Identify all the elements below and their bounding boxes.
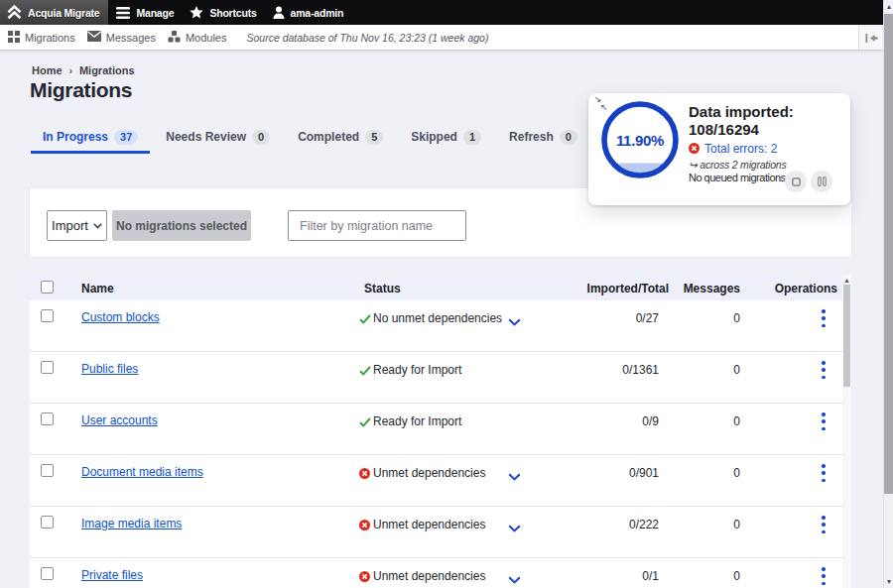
star-icon xyxy=(190,6,203,19)
tab-label: Completed xyxy=(298,130,359,144)
imported-total-value: 0/27 xyxy=(636,311,659,325)
table-row: User accounts Ready for Import 0/9 0 xyxy=(30,404,842,455)
scroll-up-arrow-icon: ▲ xyxy=(842,277,851,284)
tab-label: In Progress xyxy=(43,130,108,144)
progress-ring: 11.90% xyxy=(601,101,679,178)
migration-filter-input[interactable] xyxy=(288,210,466,241)
tab-in-progress[interactable]: In Progress 37 xyxy=(31,123,150,154)
messages-count: 0 xyxy=(733,569,740,583)
breadcrumb-separator: › xyxy=(69,65,72,76)
scroll-up-arrow-icon: ▲ xyxy=(884,3,893,10)
no-migrations-selected-button[interactable]: No migrations selected xyxy=(112,210,251,241)
status-text: Unmet dependencies xyxy=(373,466,485,480)
row-checkbox[interactable] xyxy=(41,361,54,374)
topbar-item-label: ama-admin xyxy=(291,7,344,19)
expand-chevron-icon[interactable] xyxy=(508,467,521,485)
error-icon xyxy=(359,517,370,534)
acquia-logo-icon xyxy=(6,5,23,20)
operations-menu-button[interactable] xyxy=(818,464,829,482)
chevron-down-icon xyxy=(93,223,102,229)
breadcrumb-migrations[interactable]: Migrations xyxy=(79,64,135,76)
grid-icon xyxy=(8,31,20,45)
import-button-label: Import xyxy=(52,218,88,233)
expand-chevron-icon[interactable] xyxy=(508,519,521,536)
tab-completed[interactable]: Completed 5 xyxy=(286,123,395,154)
data-imported-fraction: 108/16294 xyxy=(689,121,847,139)
migration-name-link[interactable]: User accounts xyxy=(81,413,158,427)
tab-skipped[interactable]: Skipped 1 xyxy=(399,123,493,154)
operations-menu-button[interactable] xyxy=(818,567,829,585)
topbar-item-user[interactable]: ama-admin xyxy=(265,0,352,25)
modules-icon xyxy=(168,31,181,45)
pause-button[interactable] xyxy=(811,171,832,192)
page-scrollbar[interactable]: ▲ ▼ xyxy=(883,0,893,588)
toolbar-orientation-toggle[interactable] xyxy=(858,25,883,50)
table-scrollbar-thumb[interactable] xyxy=(843,285,850,387)
toolbar-item-label: Modules xyxy=(186,32,227,44)
brand-label: Acquia Migrate xyxy=(28,7,99,19)
toolbar-item-messages[interactable]: Messages xyxy=(81,25,162,50)
collapse-left-icon xyxy=(865,29,878,47)
operations-menu-button[interactable] xyxy=(818,309,829,327)
topbar-item-shortcuts[interactable]: Shortcuts xyxy=(182,0,264,25)
scroll-down-arrow-icon: ▼ xyxy=(884,578,893,585)
migration-name-link[interactable]: Image media items xyxy=(81,517,182,530)
toolbar-item-migrations[interactable]: Migrations xyxy=(0,25,81,50)
column-header-imported-total: Imported/Total xyxy=(587,282,669,295)
expand-chevron-icon[interactable] xyxy=(508,570,521,588)
breadcrumb-home[interactable]: Home xyxy=(32,64,63,76)
migrations-table: Name Status Imported/Total Messages Oper… xyxy=(30,275,851,588)
migration-name-link[interactable]: Public files xyxy=(81,362,138,376)
topbar-item-manage[interactable]: Manage xyxy=(108,0,182,25)
select-all-checkbox[interactable] xyxy=(41,281,54,294)
migration-name-link[interactable]: Custom blocks xyxy=(81,310,160,324)
row-checkbox[interactable] xyxy=(41,412,54,425)
table-header: Name Status Imported/Total Messages Oper… xyxy=(30,275,842,300)
row-checkbox[interactable] xyxy=(41,516,54,529)
status-text: Unmet dependencies xyxy=(373,569,485,583)
stop-button[interactable] xyxy=(785,171,807,192)
table-row: Public files Ready for Import 0/1361 0 xyxy=(30,352,842,404)
topbar-item-label: Shortcuts xyxy=(209,7,256,19)
column-header-status: Status xyxy=(364,282,401,295)
status-text: No unmet dependencies xyxy=(373,311,502,325)
across-migrations-note: ↪ across 2 migrations xyxy=(689,159,847,171)
operations-menu-button[interactable] xyxy=(818,412,829,430)
tab-needs-review[interactable]: Needs Review 0 xyxy=(154,123,282,154)
row-checkbox[interactable] xyxy=(41,567,54,580)
hamburger-icon xyxy=(116,7,130,19)
row-checkbox[interactable] xyxy=(41,464,54,477)
operations-menu-button[interactable] xyxy=(818,361,829,379)
migration-name-link[interactable]: Private files xyxy=(81,568,143,582)
tab-count-badge: 37 xyxy=(114,130,138,145)
toolbar-item-label: Messages xyxy=(106,32,156,44)
table-scrollbar[interactable]: ▲ xyxy=(842,275,851,588)
messages-count: 0 xyxy=(733,518,740,531)
table-row: Document media items Unmet dependencies … xyxy=(30,455,842,507)
toolbar-item-modules[interactable]: Modules xyxy=(162,25,233,50)
check-icon xyxy=(359,362,371,380)
status-text: Ready for Import xyxy=(373,363,461,377)
table-body: Custom blocks No unmet dependencies 0/27… xyxy=(30,300,842,588)
page-scrollbar-thumb[interactable] xyxy=(884,14,893,494)
row-checkbox[interactable] xyxy=(41,309,54,322)
table-row: Custom blocks No unmet dependencies 0/27… xyxy=(30,300,842,352)
migration-tabs: In Progress 37 Needs Review 0 Completed … xyxy=(31,123,589,154)
brand-home-link[interactable]: Acquia Migrate xyxy=(0,0,108,25)
source-database-note: Source database of Thu Nov 16, 23:23 (1 … xyxy=(246,32,488,44)
expand-chevron-icon[interactable] xyxy=(508,312,521,330)
import-dropdown-button[interactable]: Import xyxy=(47,210,107,241)
status-text: Ready for Import xyxy=(373,414,461,428)
tab-label: Needs Review xyxy=(166,130,246,144)
page-title: Migrations xyxy=(30,78,132,102)
status-text: Unmet dependencies xyxy=(373,518,485,531)
operations-menu-button[interactable] xyxy=(818,516,829,533)
total-errors-link[interactable]: Total errors: 2 xyxy=(704,142,777,156)
imported-total-value: 0/222 xyxy=(629,518,659,531)
tab-label: Refresh xyxy=(509,130,554,144)
tab-count-badge: 0 xyxy=(560,130,577,145)
error-icon xyxy=(689,140,700,158)
check-icon xyxy=(359,310,371,328)
migration-name-link[interactable]: Document media items xyxy=(81,465,203,479)
tab-refresh[interactable]: Refresh 0 xyxy=(497,123,589,154)
